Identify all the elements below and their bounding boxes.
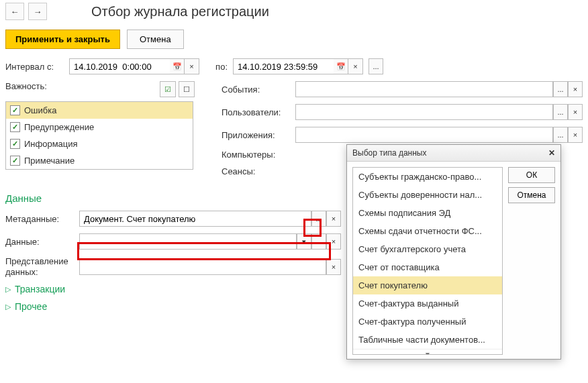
arrow-right-icon: → <box>34 7 42 17</box>
severity-item-note[interactable]: ✓ Примечание <box>6 152 193 169</box>
dialog-title: Выбор типа данных <box>352 148 426 158</box>
dots-icon[interactable]: ... <box>311 211 326 227</box>
apply-close-button[interactable]: Применить и закрыть <box>5 30 120 49</box>
apps-label: Приложения: <box>222 130 295 140</box>
events-label: События: <box>222 85 295 95</box>
chevron-right-icon: ▷ <box>5 285 11 294</box>
type-item[interactable]: Счет от поставщика <box>353 258 502 276</box>
users-label: Пользователи: <box>222 107 295 117</box>
clear-icon[interactable]: × <box>326 233 341 250</box>
severity-item-label: Ошибка <box>24 105 56 115</box>
type-picker-dialog: Выбор типа данных ✕ Субъекты гражданско-… <box>346 144 561 360</box>
interval-extra-button[interactable]: ... <box>369 58 383 74</box>
events-input[interactable] <box>295 81 553 97</box>
scroll-down-icon[interactable]: ▼ <box>353 349 502 355</box>
chevron-right-icon: ▷ <box>5 303 11 311</box>
type-list[interactable]: Субъекты гражданско-право... Субъекты до… <box>352 167 503 355</box>
presentation-label: Представление данных: <box>5 256 79 277</box>
interval-to-input[interactable] <box>233 58 334 74</box>
type-item[interactable]: Счет-фактура выданный <box>353 294 502 313</box>
interval-row: Интервал с: 📅 × по: 📅 × ... <box>5 58 583 74</box>
checkbox-icon[interactable]: ✓ <box>10 156 20 166</box>
nav-forward-button[interactable]: → <box>28 3 47 20</box>
clear-icon[interactable]: × <box>568 127 583 143</box>
dialog-cancel-button[interactable]: Отмена <box>508 187 555 203</box>
dropdown-icon[interactable]: ▾ <box>297 233 311 250</box>
calendar-icon[interactable]: 📅 <box>334 58 348 74</box>
header-bar: ← → Отбор журнала регистрации <box>0 0 588 23</box>
severity-item-label: Информация <box>24 139 78 149</box>
users-input[interactable] <box>295 104 553 120</box>
severity-label: Важность: <box>5 81 47 91</box>
toolbar: Применить и закрыть Отмена <box>0 23 588 53</box>
type-item[interactable]: Субъекты доверенности нал... <box>353 186 502 204</box>
dialog-ok-button[interactable]: ОК <box>508 167 555 183</box>
type-item[interactable]: Счет-фактура полученный <box>353 313 502 331</box>
apps-input[interactable] <box>295 127 553 143</box>
severity-item-warning[interactable]: ✓ Предупреждение <box>6 119 193 135</box>
uncheck-all-icon[interactable]: ☐ <box>179 81 195 97</box>
clear-icon[interactable]: × <box>326 259 341 275</box>
cancel-button[interactable]: Отмена <box>127 30 184 49</box>
presentation-input[interactable] <box>79 259 326 275</box>
severity-item-info[interactable]: ✓ Информация <box>6 135 193 152</box>
nav-back-button[interactable]: ← <box>5 3 24 20</box>
clear-icon[interactable]: × <box>326 211 341 227</box>
interval-to-label: по: <box>205 62 228 72</box>
clear-icon[interactable]: × <box>568 81 583 97</box>
dots-icon[interactable]: ... <box>553 104 568 120</box>
clear-icon[interactable]: × <box>348 58 363 74</box>
checkbox-icon[interactable]: ✓ <box>10 105 20 115</box>
interval-from-label: Интервал с: <box>5 62 69 72</box>
dialog-header: Выбор типа данных ✕ <box>347 145 560 162</box>
data-label: Данные: <box>5 237 79 247</box>
metadata-input[interactable] <box>79 211 311 227</box>
metadata-label: Метаданные: <box>5 214 79 224</box>
severity-item-error[interactable]: ✓ Ошибка <box>6 102 193 119</box>
type-item[interactable]: Схемы подписания ЭД <box>353 204 502 222</box>
computers-label: Компьютеры: <box>222 150 295 160</box>
type-item[interactable]: Счет бухгалтерского учета <box>353 240 502 258</box>
type-item[interactable]: Субъекты гражданско-право... <box>353 168 502 186</box>
clear-icon[interactable]: × <box>185 58 199 74</box>
calendar-icon[interactable]: 📅 <box>170 58 185 74</box>
severity-list: ✓ Ошибка ✓ Предупреждение ✓ Информация ✓… <box>5 101 193 170</box>
severity-item-label: Предупреждение <box>24 122 94 132</box>
dots-icon[interactable]: ... <box>553 81 568 97</box>
dots-icon[interactable]: ... <box>311 233 326 250</box>
data-input[interactable] <box>79 233 297 250</box>
type-item[interactable]: Табличные части документов... <box>353 331 502 349</box>
checkbox-icon[interactable]: ✓ <box>10 122 20 132</box>
dots-icon[interactable]: ... <box>553 127 568 143</box>
type-item[interactable]: Схемы сдачи отчетности ФС... <box>353 222 502 240</box>
check-all-icon[interactable]: ☑ <box>160 81 176 97</box>
interval-from-input[interactable] <box>69 58 170 74</box>
close-icon[interactable]: ✕ <box>548 148 555 158</box>
severity-item-label: Примечание <box>24 156 75 166</box>
clear-icon[interactable]: × <box>568 104 583 120</box>
page-title: Отбор журнала регистрации <box>91 4 269 19</box>
sessions-label: Сеансы: <box>222 166 295 176</box>
arrow-left-icon: ← <box>11 7 19 17</box>
checkbox-icon[interactable]: ✓ <box>10 139 20 149</box>
type-item-selected[interactable]: Счет покупателю <box>353 276 502 294</box>
